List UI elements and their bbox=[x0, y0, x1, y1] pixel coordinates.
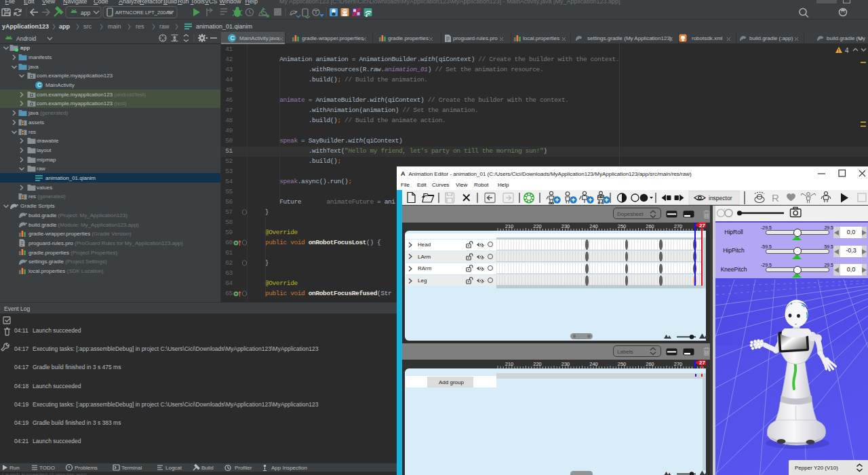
svg-text:inspector: inspector bbox=[709, 194, 732, 201]
svg-text:4: 4 bbox=[845, 47, 849, 54]
svg-text:ARTNCORE LPT_200AR: ARTNCORE LPT_200AR bbox=[115, 10, 173, 16]
svg-text:Android: Android bbox=[16, 35, 37, 42]
svg-text:!: ! bbox=[838, 48, 840, 53]
svg-text:app: app bbox=[81, 10, 90, 16]
svg-text:R: R bbox=[772, 192, 779, 204]
